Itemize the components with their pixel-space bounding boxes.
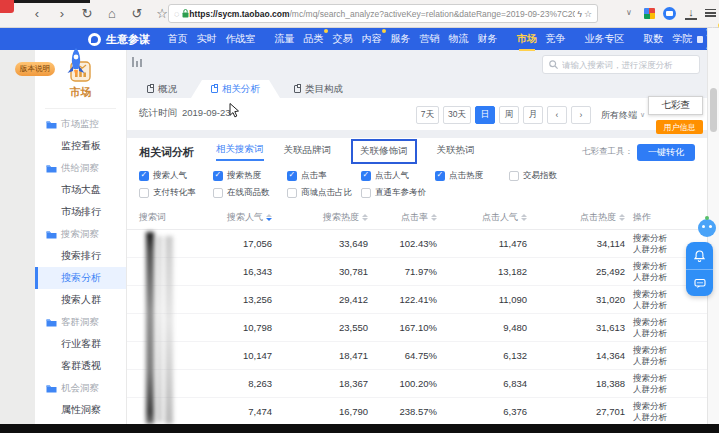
audience-analysis-link[interactable]: 人群分析 (633, 412, 693, 423)
bookmark-icon[interactable]: ☆ (155, 4, 169, 23)
nav-item-realtime[interactable]: 实时 (197, 32, 217, 46)
metric-ztc-reference-price[interactable]: 直通车参考价 (361, 187, 435, 199)
nav-item-category[interactable]: 品类 (304, 32, 324, 46)
sidebar-item-search-insight[interactable]: 搜索洞察 (35, 223, 126, 245)
subtab-related-modifier-words[interactable]: 关联修饰词 (351, 139, 417, 164)
page-info-icon[interactable]: ◌ (174, 9, 179, 19)
one-click-convert-button[interactable]: 一键转化 (637, 144, 695, 161)
tab-relation-analysis[interactable]: 相关分析 (191, 80, 280, 98)
nav-item-traffic[interactable]: 流量 (275, 32, 295, 46)
col-click-heat[interactable]: 点击热度 (527, 211, 625, 224)
keyword-search-box[interactable] (542, 55, 700, 74)
col-search-heat[interactable]: 搜索热度 (272, 211, 368, 224)
audience-analysis-link[interactable]: 人群分析 (633, 356, 693, 367)
checkbox-checked-icon[interactable] (361, 171, 371, 181)
checkbox-checked-icon[interactable] (139, 171, 149, 181)
audience-analysis-link[interactable]: 人群分析 (633, 328, 693, 339)
nav-item-marketing[interactable]: 营销 (420, 32, 440, 46)
tab-category-composition[interactable]: 类目构成 (280, 80, 357, 98)
reload-icon[interactable]: ↻ (80, 4, 94, 23)
rocket-icon[interactable] (64, 47, 88, 78)
sidebar-item-search-audience[interactable]: 搜索人群 (35, 289, 126, 311)
nav-item-logistics[interactable]: 物流 (449, 32, 469, 46)
subtab-related-hot-words[interactable]: 关联热词 (437, 144, 475, 160)
col-click-popularity[interactable]: 点击人气 (437, 211, 527, 224)
back-icon[interactable]: ‹ (30, 4, 44, 23)
user-info-button[interactable]: 用户信息 (656, 120, 703, 134)
search-analysis-link[interactable]: 搜索分析 (633, 317, 693, 328)
prev-date-button[interactable]: ‹ (547, 106, 567, 124)
sidebar-item-attribute-insight[interactable]: 属性洞察 (35, 399, 126, 421)
checkbox-checked-icon[interactable] (213, 171, 223, 181)
audience-analysis-link[interactable]: 人群分析 (633, 384, 693, 395)
tab-overview[interactable]: 概况 (133, 80, 191, 98)
nav-item-service[interactable]: 服务 (391, 32, 411, 46)
checkbox-unchecked-icon[interactable] (509, 171, 519, 181)
sidebar-item-supply-insight[interactable]: 供给洞察 (35, 157, 126, 179)
search-analysis-link[interactable]: 搜索分析 (633, 289, 693, 300)
checkbox-unchecked-icon[interactable] (361, 188, 371, 198)
metric-trade-index[interactable]: 交易指数 (509, 170, 583, 182)
urlbar-dropdown-icon[interactable]: ∨ (626, 8, 632, 17)
nav-item-academy[interactable]: 学院 (673, 32, 693, 46)
metric-pay-conversion[interactable]: 支付转化率 (139, 187, 213, 199)
browser-menu-icon[interactable] (705, 9, 716, 17)
subtab-related-search-words[interactable]: 相关搜索词 (216, 143, 264, 161)
sidebar-item-market-rank[interactable]: 市场排行 (35, 201, 126, 223)
unit-week-button[interactable]: 周 (499, 106, 519, 124)
metric-click-popularity[interactable]: 点击人气 (361, 170, 435, 182)
next-date-button[interactable]: › (571, 106, 591, 124)
nav-item-content[interactable]: 内容 (362, 32, 382, 46)
range-30d-button[interactable]: 30天 (443, 106, 471, 124)
notification-bell-button[interactable] (686, 242, 713, 269)
search-input[interactable] (562, 60, 693, 70)
sidebar-item-monitor-board[interactable]: 监控看板 (35, 135, 126, 157)
nav-item-data-fetch[interactable]: 取数 (644, 32, 664, 46)
app-brand[interactable]: 生意参谋 (106, 32, 150, 47)
checkbox-unchecked-icon[interactable] (213, 188, 223, 198)
nav-item-business-zone[interactable]: 业务专区 (585, 32, 625, 46)
qicai-floating-button[interactable]: 七彩查 (648, 96, 703, 115)
metric-search-heat[interactable]: 搜索热度 (213, 170, 287, 182)
search-analysis-link[interactable]: 搜索分析 (633, 373, 693, 384)
sidebar-item-customer-perspective[interactable]: 客群透视 (35, 355, 126, 377)
nav-item-finance[interactable]: 财务 (478, 32, 498, 46)
nav-item-war-room[interactable]: 作战室 (226, 32, 256, 46)
sidebar-item-search-rank[interactable]: 搜索排行 (35, 245, 126, 267)
search-analysis-link[interactable]: 搜索分析 (633, 345, 693, 356)
home-icon[interactable]: ⌂ (105, 4, 119, 23)
url-bar[interactable]: ◌ https://sycm.taobao.com/mc/mq/search_a… (168, 4, 598, 23)
range-7d-button[interactable]: 7天 (416, 106, 439, 124)
extensions-grid-icon[interactable] (644, 8, 655, 19)
unit-day-button[interactable]: 日 (475, 106, 495, 124)
scrollbar-thumb[interactable] (710, 88, 717, 132)
sidebar-item-industry-customer[interactable]: 行业客群 (35, 333, 126, 355)
flash-icon[interactable]: ϟ (577, 9, 582, 19)
audience-analysis-link[interactable]: 人群分析 (633, 244, 693, 255)
nav-item-trade[interactable]: 交易 (333, 32, 353, 46)
sidebar-item-customer-insight[interactable]: 客群洞察 (35, 311, 126, 333)
sidebar-item-search-analysis[interactable]: 搜索分析 (35, 267, 126, 289)
download-icon[interactable]: ↓ (685, 5, 697, 20)
checkbox-checked-icon[interactable] (287, 171, 297, 181)
nav-item-compete[interactable]: 竞争 (546, 32, 566, 46)
metric-search-popularity[interactable]: 搜索人气 (139, 170, 213, 182)
search-analysis-link[interactable]: 搜索分析 (633, 401, 693, 412)
version-badge[interactable]: 版本说明 (15, 62, 55, 76)
extension-assistant-icon[interactable] (663, 7, 676, 20)
mascot-icon[interactable] (698, 219, 716, 237)
bookmark-page-icon[interactable]: ☆ (584, 9, 592, 19)
nav-item-home[interactable]: 首页 (168, 32, 188, 46)
forward-icon[interactable]: › (55, 4, 69, 23)
checkbox-checked-icon[interactable] (435, 171, 445, 181)
metric-click-heat[interactable]: 点击热度 (435, 170, 509, 182)
search-analysis-link[interactable]: 搜索分析 (633, 261, 693, 272)
metric-mall-click-share[interactable]: 商城点击占比 (287, 187, 361, 199)
search-analysis-link[interactable]: 搜索分析 (633, 233, 693, 244)
chat-support-button[interactable] (686, 269, 713, 296)
nav-item-market[interactable]: 市场 (517, 32, 537, 46)
audience-analysis-link[interactable]: 人群分析 (633, 272, 693, 283)
col-search-word[interactable]: 搜索词 (139, 211, 194, 224)
stats-time[interactable]: 统计时间 2019-09-23 (139, 107, 231, 120)
terminal-filter-dropdown[interactable]: 所有终端∨ (601, 109, 645, 122)
